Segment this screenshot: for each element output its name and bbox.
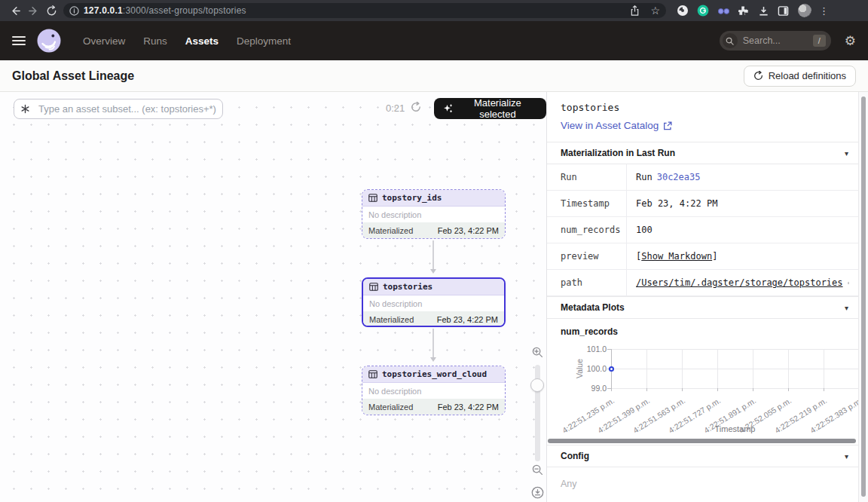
chart-vgridline	[682, 349, 683, 388]
run-label: Run	[636, 172, 653, 182]
search-icon	[723, 33, 738, 48]
row-value: 100	[626, 217, 858, 243]
bookmark-star-icon[interactable]: ☆	[650, 5, 660, 16]
browser-menu-icon[interactable]: ⋮	[819, 5, 829, 17]
copy-icon[interactable]	[848, 278, 849, 288]
asset-node-description: No description	[362, 383, 505, 399]
nav-item-assets[interactable]: Assets	[178, 31, 226, 51]
asset-node-name: topstories	[383, 282, 432, 292]
row-value: Run 30c2ea35	[626, 164, 858, 190]
global-search-input[interactable]: Search... /	[720, 31, 831, 51]
table-icon	[369, 283, 378, 291]
panel-scrollbar-thumb[interactable]	[861, 96, 866, 497]
metadata-table: Run Run 30c2ea35 Timestamp Feb 23, 4:22 …	[547, 164, 868, 296]
browser-reload-icon[interactable]	[42, 2, 60, 20]
chart-xtick-mark	[824, 388, 824, 391]
selected-asset-name: topstories	[561, 102, 854, 113]
chart-vgridline	[753, 349, 753, 388]
asset-node-footer: Materialized Feb 23, 4:22 PM	[362, 399, 505, 415]
chart-data-point[interactable]	[609, 366, 614, 372]
row-value: /Users/tim/.dagster/storage/topstories	[626, 270, 858, 295]
chart-vgridline	[646, 349, 647, 388]
zoom-in-icon[interactable]	[532, 347, 543, 358]
nav-item-runs[interactable]: Runs	[136, 31, 175, 51]
url-text: 127.0.0.1:3000/asset-groups/topstories	[84, 5, 246, 16]
settings-gear-icon[interactable]: ⚙	[845, 33, 856, 49]
page-info-icon[interactable]	[69, 6, 79, 16]
section-header-config[interactable]: Config ▾	[547, 445, 868, 467]
zoom-slider-handle[interactable]	[530, 378, 544, 392]
materialize-selected-button[interactable]: Materialize selected	[434, 98, 546, 119]
chart-xtick-mark	[717, 388, 718, 391]
asset-node-topstory_ids[interactable]: topstory_ids No description Materialized…	[362, 189, 506, 239]
table-row-preview: preview [ Show Markdown ]	[547, 243, 858, 270]
materialize-selected-label: Materialize selected	[458, 97, 537, 120]
edge-topstories-word_cloud	[432, 329, 434, 360]
hamburger-menu-icon[interactable]	[12, 34, 26, 47]
browser-forward-icon[interactable]	[24, 2, 42, 20]
asset-node-topstories[interactable]: topstories No description Materialized F…	[362, 277, 506, 327]
view-in-asset-catalog-link[interactable]: View in Asset Catalog	[561, 120, 672, 131]
dagster-logo[interactable]	[36, 28, 62, 54]
nav-links: Overview Runs Assets Deployment	[75, 31, 298, 51]
metadata-chart: Value Timestamp 101.0100.099.04:22:51.23…	[547, 340, 858, 436]
page-title: Global Asset Lineage	[12, 69, 134, 83]
reload-definitions-button[interactable]: Reload definitions	[744, 66, 856, 87]
zoom-to-fit-icon[interactable]	[531, 486, 544, 499]
caret-down-icon: ▾	[845, 304, 848, 312]
url-host: 127.0.0.1	[84, 5, 123, 16]
zoom-out-icon[interactable]	[532, 464, 543, 476]
panel-scrollbar-track[interactable]	[858, 92, 868, 502]
chart-ytick-label: 100.0	[567, 364, 607, 373]
config-value: Any	[547, 467, 868, 502]
refresh-icon	[753, 71, 763, 81]
asset-node-status: Materialized	[368, 403, 413, 412]
chart-horizontal-scrollbar	[547, 438, 858, 445]
downloads-icon[interactable]	[758, 5, 769, 17]
share-icon[interactable]	[630, 5, 640, 16]
catalog-link-label: View in Asset Catalog	[561, 120, 659, 131]
caret-down-icon: ▾	[845, 452, 848, 461]
show-markdown-link[interactable]: Show Markdown	[641, 251, 712, 262]
row-key: path	[547, 270, 626, 295]
asset-node-name: topstories_word_cloud	[382, 369, 487, 379]
section-title: Config	[561, 451, 589, 461]
graph-refresh-icon[interactable]	[411, 102, 421, 112]
horizontal-scrollbar-thumb[interactable]	[548, 439, 856, 443]
extension-goggles-icon[interactable]	[717, 5, 730, 16]
external-link-icon	[663, 121, 672, 130]
browser-toolbar: 127.0.0.1:3000/asset-groups/topstories ☆…	[0, 0, 868, 21]
run-id-link[interactable]: 30c2ea35	[657, 172, 701, 182]
table-row-timestamp: Timestamp Feb 23, 4:22 PM	[547, 191, 858, 217]
nav-item-deployment[interactable]: Deployment	[229, 31, 298, 51]
asset-node-topstories_word_cloud[interactable]: topstories_word_cloud No description Mat…	[362, 366, 506, 415]
chart-ytick-label: 101.0	[567, 344, 607, 354]
asset-details-panel: topstories View in Asset Catalog Materia…	[546, 92, 868, 502]
sparkle-icon	[443, 103, 453, 114]
row-key: preview	[547, 243, 626, 269]
table-icon	[368, 194, 377, 202]
section-header-materialization[interactable]: Materialization in Last Run ▾	[547, 142, 868, 164]
side-panel-icon[interactable]	[778, 5, 789, 17]
asset-node-footer: Materialized Feb 23, 4:22 PM	[362, 222, 505, 238]
chart-hgridline	[611, 349, 859, 350]
nav-item-overview[interactable]: Overview	[75, 31, 133, 51]
row-value: [ Show Markdown ]	[626, 243, 858, 269]
extensions-puzzle-icon[interactable]	[738, 5, 750, 17]
asset-node-description: No description	[362, 207, 505, 222]
browser-back-icon[interactable]	[6, 2, 24, 20]
extension-grammarly-icon[interactable]	[697, 5, 709, 17]
app-navbar: Overview Runs Assets Deployment Search..…	[0, 21, 868, 60]
section-header-metadata-plots[interactable]: Metadata Plots ▾	[547, 296, 868, 319]
chart-xtick-mark	[753, 388, 753, 391]
search-placeholder: Search...	[743, 35, 781, 46]
extension-clock-icon[interactable]	[677, 5, 689, 17]
asset-subset-input[interactable]	[14, 99, 223, 119]
browser-profile-avatar[interactable]	[798, 4, 811, 17]
bracket-open: [	[636, 251, 641, 262]
table-row-num-records: num_records 100	[547, 217, 858, 243]
address-bar[interactable]: 127.0.0.1:3000/asset-groups/topstories ☆	[63, 3, 666, 18]
table-row-run: Run Run 30c2ea35	[547, 164, 858, 191]
asset-graph-panel[interactable]: 0:21 Materialize selected topstory_ids N…	[0, 92, 546, 502]
path-link[interactable]: /Users/tim/.dagster/storage/topstories	[636, 277, 843, 288]
